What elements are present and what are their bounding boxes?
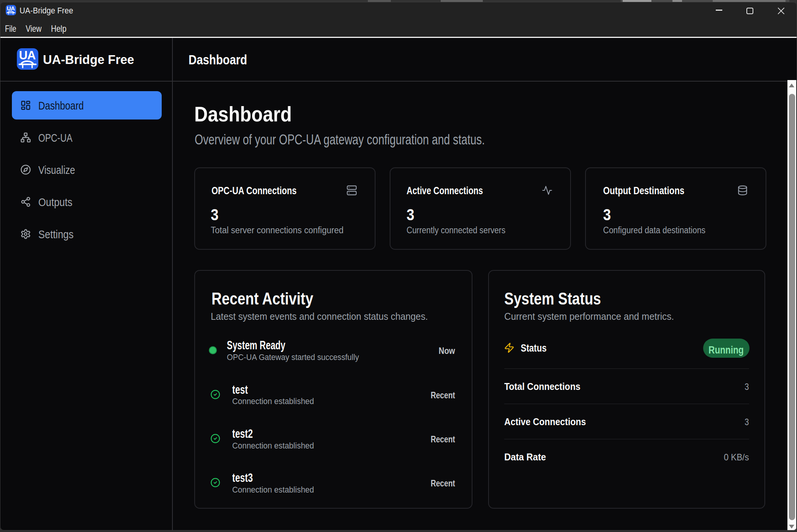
svg-text:UA: UA <box>7 5 15 11</box>
svg-text:UA: UA <box>19 49 36 62</box>
